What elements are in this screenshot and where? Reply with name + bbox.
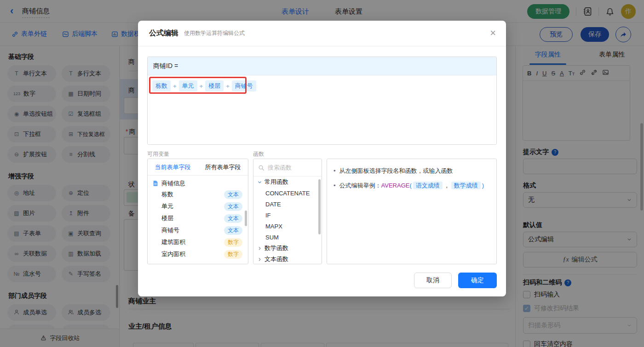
variable-row[interactable]: 室内面积数字 bbox=[148, 248, 248, 260]
variable-row[interactable]: 建筑面积数字 bbox=[148, 236, 248, 248]
field-token[interactable]: 商铺号 bbox=[232, 80, 256, 91]
variables-tabs: 当前表单字段 所有表单字段 bbox=[148, 159, 248, 176]
function-search bbox=[253, 159, 322, 176]
plus-operator: + bbox=[200, 83, 203, 90]
function-item[interactable]: IF bbox=[253, 210, 322, 221]
functions-scrollbar[interactable] bbox=[318, 179, 321, 234]
tab-current-form-fields[interactable]: 当前表单字段 bbox=[155, 163, 191, 171]
modal-subtitle: 使用数学运算符编辑公式 bbox=[184, 29, 245, 37]
function-item[interactable]: CONCATENATE bbox=[253, 188, 322, 199]
example-field-chip: 语文成绩 bbox=[413, 182, 443, 189]
function-item[interactable]: DATE bbox=[253, 199, 322, 210]
search-icon bbox=[258, 165, 264, 171]
close-icon[interactable]: × bbox=[490, 27, 496, 39]
variables-panel: 当前表单字段 所有表单字段 商铺信息 栋数文本 单元文本 楼层文本 商铺号文本 … bbox=[147, 159, 248, 264]
type-badge: 文本 bbox=[224, 202, 242, 211]
function-group-common[interactable]: 常用函数 bbox=[253, 176, 322, 188]
confirm-button[interactable]: 确定 bbox=[458, 273, 497, 288]
function-name-example: AVERAGE bbox=[381, 182, 410, 189]
variable-row[interactable]: 商铺号文本 bbox=[148, 224, 248, 236]
variables-scrollbar[interactable] bbox=[245, 210, 247, 226]
type-badge: 文本 bbox=[224, 214, 242, 223]
example-field-chip: 数学成绩 bbox=[451, 182, 481, 189]
function-item[interactable]: SUM bbox=[253, 232, 322, 243]
field-token[interactable]: 栋数 bbox=[152, 80, 171, 91]
function-item[interactable]: MAPX bbox=[253, 221, 322, 232]
type-badge: 文本 bbox=[224, 190, 242, 199]
type-badge: 数字 bbox=[224, 250, 242, 259]
variable-row[interactable]: 栋数文本 bbox=[148, 188, 248, 200]
formula-target: 商铺ID = bbox=[148, 57, 496, 75]
variables-label: 可用变量 bbox=[147, 150, 169, 158]
field-token[interactable]: 单元 bbox=[179, 80, 197, 91]
functions-panel: 常用函数 CONCATENATE DATE IF MAPX SUM 数学函数 文… bbox=[253, 159, 322, 264]
chevron-right-icon bbox=[257, 246, 262, 251]
formula-tokens: 栋数 + 单元 + 楼层 + 商铺号 bbox=[152, 80, 256, 91]
plus-operator: + bbox=[226, 83, 230, 90]
function-search-input[interactable] bbox=[268, 164, 314, 171]
field-token[interactable]: 楼层 bbox=[205, 80, 224, 91]
plus-operator: + bbox=[173, 83, 177, 90]
formula-input-area[interactable]: 栋数 + 单元 + 楼层 + 商铺号 bbox=[148, 75, 496, 144]
help-line-1: • 从左侧面板选择字段名和函数，或输入函数 bbox=[334, 166, 490, 176]
formula-edit-modal: 公式编辑 使用数学运算符编辑公式 × 商铺ID = 栋数 + 单元 + 楼层 +… bbox=[138, 21, 506, 296]
chevron-down-icon bbox=[257, 180, 262, 185]
form-group-row[interactable]: 商铺信息 bbox=[148, 176, 248, 188]
modal-title: 公式编辑 bbox=[149, 28, 178, 38]
modal-header: 公式编辑 使用数学运算符编辑公式 × bbox=[138, 21, 506, 46]
variable-row[interactable]: 单元文本 bbox=[148, 200, 248, 212]
function-group-text[interactable]: 文本函数 bbox=[253, 254, 322, 264]
help-line-2: • 公式编辑举例：AVERAGE(语文成绩，数学成绩) bbox=[334, 181, 490, 190]
form-doc-icon bbox=[152, 180, 159, 187]
tab-all-form-fields[interactable]: 所有表单字段 bbox=[205, 163, 241, 171]
type-badge: 数字 bbox=[224, 238, 242, 247]
cancel-button[interactable]: 取消 bbox=[414, 273, 452, 288]
formula-editor: 商铺ID = 栋数 + 单元 + 楼层 + 商铺号 bbox=[147, 57, 497, 145]
chevron-right-icon bbox=[257, 257, 262, 262]
functions-label: 函数 bbox=[253, 150, 264, 158]
function-group-math[interactable]: 数学函数 bbox=[253, 243, 322, 254]
help-panel: • 从左侧面板选择字段名和函数，或输入函数 • 公式编辑举例：AVERAGE(语… bbox=[327, 159, 497, 264]
variable-row[interactable]: 楼层文本 bbox=[148, 212, 248, 224]
type-badge: 文本 bbox=[224, 226, 242, 235]
